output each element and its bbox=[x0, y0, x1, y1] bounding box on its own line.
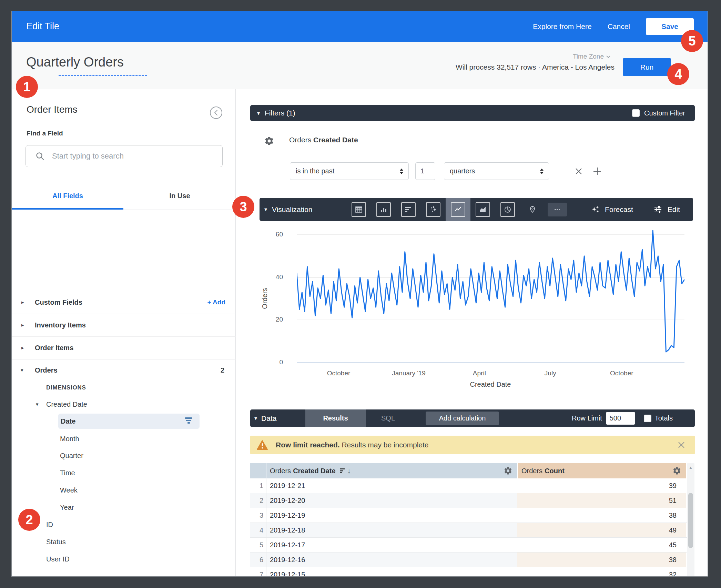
table-row[interactable]: 32019-12-1938 bbox=[250, 508, 687, 523]
count-cell[interactable]: 45 bbox=[517, 538, 686, 552]
count-cell[interactable]: 38 bbox=[517, 508, 686, 523]
row-number-cell: 6 bbox=[250, 552, 266, 567]
created-date-cell[interactable]: 2019-12-21 bbox=[266, 478, 517, 493]
sidebar-item-label: MEASURES bbox=[46, 575, 82, 577]
sidebar-item-id[interactable]: ID bbox=[12, 517, 236, 532]
table-scrollbar[interactable]: ▲ bbox=[687, 463, 694, 577]
scroll-up-icon[interactable]: ▲ bbox=[687, 465, 694, 469]
count-cell[interactable]: 39 bbox=[517, 478, 686, 493]
table-row[interactable]: 42019-12-1849 bbox=[250, 523, 687, 538]
collapse-data-icon[interactable]: ▾ bbox=[254, 415, 257, 422]
warning-text: Row limit reached. Results may be incomp… bbox=[276, 441, 429, 449]
sidebar-item-measures[interactable]: MEASURES bbox=[12, 575, 236, 577]
forecast-button[interactable]: Forecast bbox=[590, 205, 633, 214]
time-zone-dropdown[interactable]: Time Zone bbox=[573, 53, 611, 60]
sidebar-item-created-date[interactable]: ▾Created Date bbox=[12, 397, 236, 412]
sidebar-item-inventory-items[interactable]: ▸Inventory Items bbox=[12, 317, 236, 333]
cancel-button[interactable]: Cancel bbox=[608, 22, 630, 31]
column-gear-icon[interactable] bbox=[672, 466, 681, 475]
row-limit-input[interactable] bbox=[606, 412, 635, 425]
visualization-section-bar[interactable]: ▾ Visualization Forecast bbox=[260, 198, 693, 221]
filter-value-input[interactable] bbox=[415, 162, 435, 180]
area-chart-icon bbox=[476, 202, 490, 217]
bar-chart-icon bbox=[376, 202, 391, 217]
run-button[interactable]: Run bbox=[623, 58, 671, 76]
count-cell[interactable]: 49 bbox=[517, 523, 686, 537]
sidebar-item-label: Status bbox=[46, 534, 66, 549]
column-header-created-date[interactable]: OrdersCreated Date ↓ bbox=[266, 463, 517, 478]
viz-type-pie-chart[interactable] bbox=[495, 198, 520, 221]
chevron-down-icon[interactable]: ▾ bbox=[36, 397, 39, 412]
table-row[interactable]: 52019-12-1745 bbox=[250, 538, 687, 552]
filters-section-bar[interactable]: ▾ Filters (1) Custom Filter bbox=[250, 105, 695, 121]
sidebar-item-orders[interactable]: ▾Orders2 bbox=[12, 363, 236, 378]
table-row[interactable]: 22019-12-2051 bbox=[250, 493, 687, 508]
sidebar-item-date[interactable]: Date bbox=[12, 414, 236, 429]
custom-filter-checkbox[interactable] bbox=[632, 109, 640, 117]
filter-gear-icon[interactable] bbox=[264, 136, 274, 146]
created-date-cell[interactable]: 2019-12-17 bbox=[266, 538, 517, 552]
count-cell[interactable]: 32 bbox=[517, 567, 686, 577]
table-row[interactable]: 12019-12-2139 bbox=[250, 478, 687, 493]
line-chart[interactable] bbox=[297, 225, 684, 363]
sidebar-item-custom-fields[interactable]: ▸Custom Fields+ Add bbox=[12, 295, 236, 310]
app-bar-actions: Explore from Here Cancel Save bbox=[533, 11, 694, 42]
viz-type-more[interactable] bbox=[545, 198, 570, 221]
sidebar-item-status[interactable]: Status bbox=[12, 534, 236, 549]
viz-type-map[interactable] bbox=[520, 198, 545, 221]
remove-filter-icon[interactable] bbox=[573, 166, 584, 176]
chevron-right-icon[interactable]: ▸ bbox=[21, 340, 24, 355]
sidebar-item-week[interactable]: Week bbox=[12, 483, 236, 498]
viz-type-table[interactable] bbox=[346, 198, 371, 221]
row-limit-warning-banner: Row limit reached. Results may be incomp… bbox=[250, 436, 695, 454]
app-bar-title: Edit Tile bbox=[26, 11, 59, 42]
totals-checkbox[interactable] bbox=[644, 415, 651, 422]
add-calculation-button[interactable]: Add calculation bbox=[426, 412, 499, 425]
created-date-cell[interactable]: 2019-12-20 bbox=[266, 493, 517, 508]
tab-sql[interactable]: SQL bbox=[373, 409, 404, 427]
table-row[interactable]: 62019-12-1638 bbox=[250, 552, 687, 567]
add-custom-field-button[interactable]: + Add bbox=[207, 295, 225, 310]
sidebar-item-time[interactable]: Time bbox=[12, 465, 236, 480]
column-header-count[interactable]: OrdersCount bbox=[517, 463, 686, 478]
add-filter-icon[interactable] bbox=[592, 166, 602, 176]
sidebar-item-user-id[interactable]: User ID bbox=[12, 551, 236, 567]
created-date-cell[interactable]: 2019-12-19 bbox=[266, 508, 517, 523]
y-axis-tick: 20 bbox=[262, 316, 283, 323]
collapse-filters-icon[interactable]: ▾ bbox=[257, 110, 260, 116]
sidebar-item-dimensions[interactable]: DIMENSIONS bbox=[12, 380, 236, 395]
count-cell[interactable]: 38 bbox=[517, 552, 686, 567]
sidebar-item-order-items[interactable]: ▸Order Items bbox=[12, 340, 236, 355]
viz-type-line-chart[interactable] bbox=[446, 198, 470, 221]
explore-from-here-link[interactable]: Explore from Here bbox=[533, 22, 591, 31]
chevron-down-icon[interactable]: ▾ bbox=[21, 363, 23, 378]
tile-title[interactable]: Quarterly Orders bbox=[26, 55, 124, 70]
sidebar-item-quarter[interactable]: Quarter bbox=[12, 448, 236, 463]
viz-type-row-chart[interactable] bbox=[396, 198, 421, 221]
sidebar-item-year[interactable]: Year bbox=[12, 500, 236, 515]
table-row[interactable]: 72019-12-1532 bbox=[250, 567, 687, 577]
chevron-right-icon[interactable]: ▸ bbox=[21, 317, 24, 333]
edit-viz-button[interactable]: Edit bbox=[653, 205, 680, 214]
viz-type-area-chart[interactable] bbox=[470, 198, 495, 221]
sidebar-item-month[interactable]: Month bbox=[12, 431, 236, 446]
data-section-bar[interactable]: ▾ Data Results SQL Add calculation Row L… bbox=[250, 409, 695, 427]
scrollbar-thumb[interactable] bbox=[688, 493, 693, 548]
viz-type-bar-chart[interactable] bbox=[371, 198, 396, 221]
filter-by-field-icon[interactable] bbox=[184, 417, 193, 425]
column-gear-icon[interactable] bbox=[504, 466, 512, 475]
created-date-cell[interactable]: 2019-12-16 bbox=[266, 552, 517, 567]
chevron-right-icon[interactable]: ▸ bbox=[21, 295, 24, 310]
row-number-cell: 3 bbox=[250, 508, 266, 523]
filter-operator-select[interactable]: is in the past bbox=[290, 162, 409, 180]
collapse-visualization-icon[interactable]: ▾ bbox=[264, 206, 267, 213]
divider bbox=[12, 359, 236, 359]
app-bar: Edit Tile Explore from Here Cancel Save bbox=[12, 11, 708, 42]
viz-type-scatter-icon[interactable] bbox=[421, 198, 446, 221]
created-date-cell[interactable]: 2019-12-18 bbox=[266, 523, 517, 537]
tab-results[interactable]: Results bbox=[305, 409, 366, 427]
filter-unit-select[interactable]: quarters bbox=[444, 162, 549, 180]
created-date-cell[interactable]: 2019-12-15 bbox=[266, 567, 517, 577]
close-warning-icon[interactable] bbox=[676, 440, 687, 450]
count-cell[interactable]: 51 bbox=[517, 493, 686, 508]
